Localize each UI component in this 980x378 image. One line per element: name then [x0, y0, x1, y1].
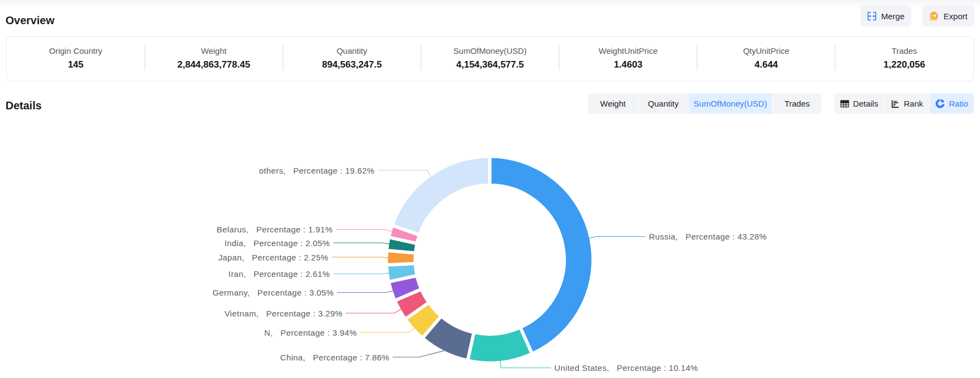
svg-text:Belarus, Percentage : 1.91%: Belarus, Percentage : 1.91% — [217, 225, 333, 234]
svg-text:Russia, Percentage : 43.28%: Russia, Percentage : 43.28% — [649, 232, 767, 241]
svg-text:Iran, Percentage : 2.61%: Iran, Percentage : 2.61% — [228, 269, 330, 279]
svg-text:others, Percentage : 19.62%: others, Percentage : 19.62% — [259, 166, 375, 175]
svg-text:United States, Percentage :: United States, Percentage : 10.14% — [554, 363, 698, 373]
svg-text:Germany, Percentage : 3.05%: Germany, Percentage : 3.05% — [212, 288, 334, 297]
svg-text:China, Percentage : 7.86%: China, Percentage : 7.86% — [280, 353, 389, 362]
svg-text:India, Percentage : 2.05%: India, Percentage : 2.05% — [224, 238, 330, 248]
svg-text:Japan, Percentage : 2.25%: Japan, Percentage : 2.25% — [218, 253, 328, 262]
svg-text:Vietnam, Percentage : 3.29%: Vietnam, Percentage : 3.29% — [224, 309, 343, 318]
svg-text:N, Percentage : 3.94%: N, Percentage : 3.94% — [265, 328, 357, 337]
